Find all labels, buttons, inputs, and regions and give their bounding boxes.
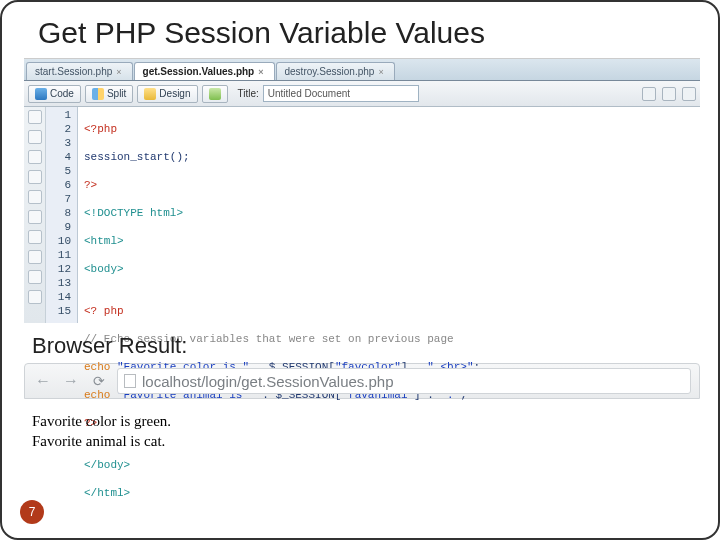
- browser-toolbar: ← → ⟳ localhost/login/get.SessionValues.…: [24, 363, 700, 399]
- gutter-icon[interactable]: [28, 250, 42, 264]
- code-token: session_start();: [84, 151, 190, 163]
- split-view-button[interactable]: Split: [85, 85, 133, 103]
- code-token: <?php: [84, 123, 117, 135]
- close-icon[interactable]: ×: [116, 67, 121, 77]
- toolbar-icon[interactable]: [662, 87, 676, 101]
- gutter-icon[interactable]: [28, 170, 42, 184]
- design-icon: [144, 88, 156, 100]
- code-token: <? php: [84, 305, 124, 317]
- code-token: ?>: [84, 179, 97, 191]
- toolbar-icon[interactable]: [682, 87, 696, 101]
- file-tab-label: get.Session.Values.php: [143, 66, 255, 77]
- code-token: </html>: [84, 487, 130, 499]
- slide-number-badge: 7: [20, 500, 44, 524]
- design-view-button[interactable]: Design: [137, 85, 197, 103]
- live-icon: [209, 88, 221, 100]
- file-tab-get[interactable]: get.Session.Values.php×: [134, 62, 275, 80]
- view-label: Code: [50, 88, 74, 99]
- line-number: 2: [46, 122, 71, 136]
- gutter-icon[interactable]: [28, 130, 42, 144]
- code-icon: [35, 88, 47, 100]
- line-number: 15: [46, 304, 71, 318]
- file-tab-destroy[interactable]: destroy.Session.php×: [276, 62, 395, 80]
- line-number: 6: [46, 178, 71, 192]
- line-number-gutter: 1 2 3 4 5 6 7 8 9 10 11 12 13 14 15: [46, 107, 78, 323]
- icon-gutter: [24, 107, 46, 323]
- line-number: 14: [46, 290, 71, 304]
- gutter-icon[interactable]: [28, 190, 42, 204]
- gutter-icon[interactable]: [28, 230, 42, 244]
- code-token: <!DOCTYPE html>: [84, 207, 183, 219]
- gutter-icon[interactable]: [28, 210, 42, 224]
- gutter-icon[interactable]: [28, 270, 42, 284]
- code-token: <body>: [84, 263, 124, 275]
- split-icon: [92, 88, 104, 100]
- view-label: Design: [159, 88, 190, 99]
- close-icon[interactable]: ×: [258, 67, 263, 77]
- view-toolbar: Code Split Design Title:: [24, 81, 700, 107]
- line-number: 5: [46, 164, 71, 178]
- file-tab-label: start.Session.php: [35, 66, 112, 77]
- code-token: <html>: [84, 235, 124, 247]
- live-view-button[interactable]: [202, 85, 228, 103]
- line-number: 12: [46, 262, 71, 276]
- line-number: 8: [46, 206, 71, 220]
- line-number: 1: [46, 108, 71, 122]
- line-number: 9: [46, 220, 71, 234]
- back-icon[interactable]: ←: [33, 371, 53, 391]
- code-view-button[interactable]: Code: [28, 85, 81, 103]
- reload-icon[interactable]: ⟳: [89, 371, 109, 391]
- line-number: 11: [46, 248, 71, 262]
- file-tab-bar: start.Session.php× get.Session.Values.ph…: [24, 59, 700, 81]
- editor-screenshot: start.Session.php× get.Session.Values.ph…: [24, 58, 700, 323]
- line-number: 7: [46, 192, 71, 206]
- url-text: localhost/login/get.SessionValues.php: [142, 373, 394, 390]
- address-bar[interactable]: localhost/login/get.SessionValues.php: [117, 368, 691, 394]
- line-number: 3: [46, 136, 71, 150]
- gutter-icon[interactable]: [28, 110, 42, 124]
- slide-title: Get PHP Session Variable Values: [2, 2, 718, 58]
- line-number: 4: [46, 150, 71, 164]
- page-icon: [124, 374, 136, 388]
- code-area: 1 2 3 4 5 6 7 8 9 10 11 12 13 14 15 <?ph…: [24, 107, 700, 323]
- title-label: Title:: [238, 88, 259, 99]
- document-title-input[interactable]: [263, 85, 419, 102]
- file-tab-start[interactable]: start.Session.php×: [26, 62, 133, 80]
- file-tab-label: destroy.Session.php: [285, 66, 375, 77]
- close-icon[interactable]: ×: [378, 67, 383, 77]
- gutter-icon[interactable]: [28, 290, 42, 304]
- code-token: </body>: [84, 459, 130, 471]
- line-number: 13: [46, 276, 71, 290]
- gutter-icon[interactable]: [28, 150, 42, 164]
- toolbar-right-icons: [642, 87, 696, 101]
- code-text[interactable]: <?php session_start(); ?> <!DOCTYPE html…: [78, 107, 700, 323]
- forward-icon[interactable]: →: [61, 371, 81, 391]
- toolbar-icon[interactable]: [642, 87, 656, 101]
- view-label: Split: [107, 88, 126, 99]
- line-number: 10: [46, 234, 71, 248]
